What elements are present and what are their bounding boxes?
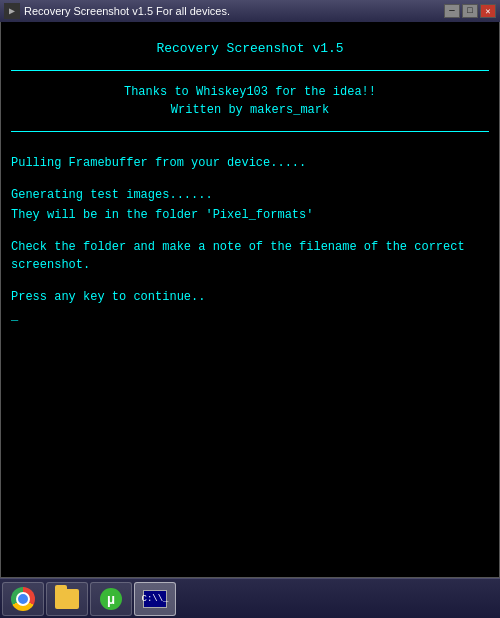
utorrent-icon: µ bbox=[100, 588, 122, 610]
credit-line-2: Written by makers_mark bbox=[11, 101, 489, 119]
taskbar-chrome-btn[interactable] bbox=[2, 582, 44, 616]
taskbar: µ C:\\_ bbox=[0, 578, 500, 618]
title-bar-left: ▶ Recovery Screenshot v1.5 For all devic… bbox=[4, 3, 230, 19]
window-body: Recovery Screenshot v1.5 Thanks to Whisk… bbox=[0, 22, 500, 578]
log-line-0 bbox=[11, 142, 489, 152]
log-line-8: Press any key to continue.. bbox=[11, 288, 489, 306]
log-line-5 bbox=[11, 226, 489, 236]
title-bar-text: Recovery Screenshot v1.5 For all devices… bbox=[24, 5, 230, 17]
taskbar-cmd-btn[interactable]: C:\\_ bbox=[134, 582, 176, 616]
divider-1 bbox=[11, 70, 489, 71]
log-line-2 bbox=[11, 174, 489, 184]
credits-section: Thanks to Whiskey103 for the idea!! Writ… bbox=[11, 75, 489, 127]
app-title: Recovery Screenshot v1.5 bbox=[11, 40, 489, 58]
log-section: Pulling Framebuffer from your device....… bbox=[11, 136, 489, 325]
chrome-icon bbox=[11, 587, 35, 611]
title-bar-controls: ─ □ ✕ bbox=[444, 4, 496, 18]
log-line-1: Pulling Framebuffer from your device....… bbox=[11, 154, 489, 172]
close-button[interactable]: ✕ bbox=[480, 4, 496, 18]
minimize-button[interactable]: ─ bbox=[444, 4, 460, 18]
terminal: Recovery Screenshot v1.5 Thanks to Whisk… bbox=[1, 22, 499, 577]
taskbar-utorrent-btn[interactable]: µ bbox=[90, 582, 132, 616]
taskbar-folder-btn[interactable] bbox=[46, 582, 88, 616]
log-line-7 bbox=[11, 276, 489, 286]
divider-2 bbox=[11, 131, 489, 132]
cmd-icon: C:\\_ bbox=[143, 590, 167, 608]
folder-icon bbox=[55, 589, 79, 609]
title-bar: ▶ Recovery Screenshot v1.5 For all devic… bbox=[0, 0, 500, 22]
maximize-button[interactable]: □ bbox=[462, 4, 478, 18]
header-section: Recovery Screenshot v1.5 bbox=[11, 30, 489, 66]
log-line-4: They will be in the folder 'Pixel_format… bbox=[11, 206, 489, 224]
cursor-line: _ bbox=[11, 308, 489, 325]
log-line-3: Generating test images...... bbox=[11, 186, 489, 204]
log-line-6: Check the folder and make a note of the … bbox=[11, 238, 489, 274]
credit-line-1: Thanks to Whiskey103 for the idea!! bbox=[11, 83, 489, 101]
app-icon: ▶ bbox=[4, 3, 20, 19]
